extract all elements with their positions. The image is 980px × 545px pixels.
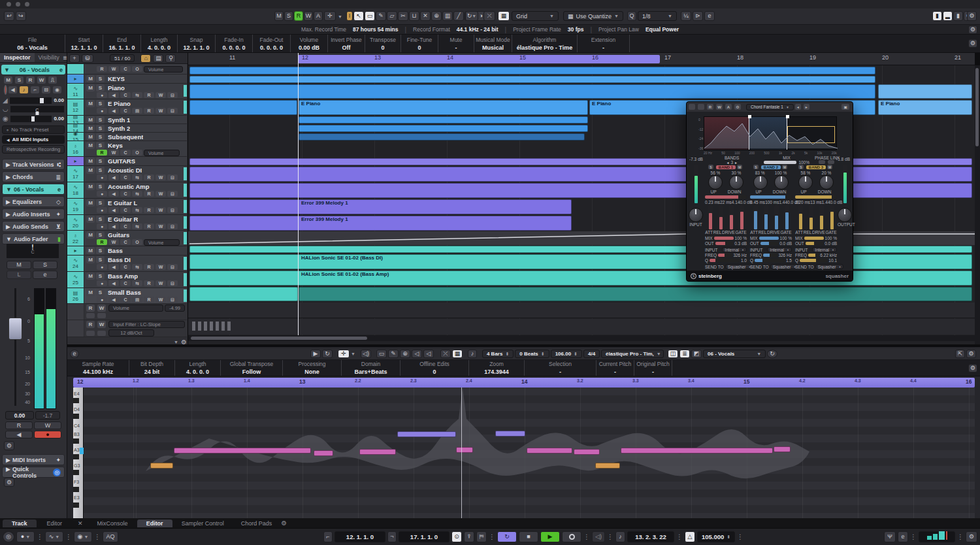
editor-tempo-field[interactable]: 106.00⬍ bbox=[551, 350, 582, 358]
plugin-read-button[interactable]: R bbox=[707, 104, 713, 110]
record-mode-select[interactable]: ●▼ bbox=[16, 531, 35, 542]
mute-button[interactable]: M bbox=[86, 84, 95, 91]
write-button[interactable]: W bbox=[97, 305, 106, 312]
o-button[interactable]: O bbox=[132, 239, 142, 245]
play-button[interactable]: ▶ bbox=[540, 531, 560, 542]
monitor-button[interactable]: ◀ bbox=[108, 92, 119, 98]
band2-solo-button[interactable]: S bbox=[753, 165, 759, 169]
automation-lane-filter[interactable]: RWInput Filter : LC-Slope12 dB/Oct bbox=[67, 320, 187, 337]
mute-button[interactable]: M bbox=[86, 231, 95, 239]
tab-track[interactable]: Track bbox=[3, 520, 37, 527]
auto-scroll-button[interactable]: ✛ bbox=[324, 11, 336, 21]
quantize-q-button[interactable]: Q bbox=[627, 11, 636, 21]
toggle-left-zone-button[interactable]: ▮ bbox=[932, 11, 942, 21]
inspector-settings-button[interactable]: ⚙ bbox=[4, 441, 14, 450]
mute-button[interactable]: M bbox=[86, 133, 95, 140]
tab-inspector[interactable]: Inspector bbox=[0, 53, 35, 62]
zoom-tool[interactable]: ⊕ bbox=[431, 11, 442, 21]
event-e-piano-a[interactable] bbox=[189, 100, 297, 115]
band2-drive-slider[interactable] bbox=[774, 205, 779, 230]
solo-button[interactable]: S bbox=[96, 289, 105, 296]
event-synth2[interactable] bbox=[299, 125, 588, 132]
monitor-button[interactable]: ◀ bbox=[108, 264, 119, 270]
draw-tool[interactable]: ✎ bbox=[376, 11, 386, 21]
vertical-scrollbar[interactable] bbox=[975, 65, 980, 344]
cycle-region[interactable] bbox=[298, 55, 660, 63]
freeze-button[interactable]: ⊟ bbox=[167, 207, 178, 213]
inspector-monitor-button[interactable]: ◀ bbox=[8, 86, 17, 93]
glue-tool[interactable]: ⊔ bbox=[409, 11, 419, 21]
mute-button[interactable]: M bbox=[86, 116, 95, 124]
monitor-button[interactable]: ◀ bbox=[108, 207, 119, 213]
fader-track[interactable] bbox=[14, 288, 16, 406]
band2-send-select[interactable]: Squasher▼ bbox=[770, 264, 799, 269]
solo-button[interactable]: S bbox=[96, 75, 105, 82]
plugin-preset-select[interactable]: Chord Fantasie 1▼ bbox=[746, 104, 794, 110]
solo-button[interactable]: S bbox=[96, 100, 105, 107]
band2-att-slider[interactable] bbox=[753, 205, 758, 230]
fader-record-enable-button[interactable]: ● bbox=[34, 431, 61, 438]
write-button[interactable]: W bbox=[155, 191, 166, 197]
toggle-lower-zone-button[interactable]: ▂ bbox=[943, 11, 953, 21]
inspector-read-button[interactable]: R bbox=[26, 76, 35, 84]
infoline-fadeout[interactable]: Fade-Out0. 0. 0. 0 bbox=[253, 35, 291, 52]
window-close-button[interactable] bbox=[7, 2, 11, 7]
auto-quantize-button[interactable]: AQ bbox=[103, 531, 118, 542]
pitch-segment[interactable] bbox=[574, 449, 600, 455]
tempo-track-button[interactable]: △ bbox=[685, 531, 695, 542]
punch-in-button[interactable]: ⊙ bbox=[451, 531, 462, 542]
c-button[interactable]: C bbox=[120, 264, 131, 270]
section-equalizers[interactable]: ▶Equalizers◇ bbox=[2, 196, 65, 207]
plugin-titlebar[interactable]: R W A ⚙ Chord Fantasie 1▼ ◂ ▸ ▣ bbox=[687, 102, 853, 112]
input-knob[interactable] bbox=[689, 208, 703, 222]
record-enable-button[interactable]: ● bbox=[97, 92, 107, 98]
tab-sampler-control[interactable]: Sampler Control bbox=[174, 520, 232, 527]
infoline-volume[interactable]: Volume0.00 dB bbox=[291, 35, 328, 52]
band2-gate-slider[interactable] bbox=[785, 205, 789, 230]
mute-button[interactable]: M bbox=[86, 75, 95, 82]
tab-mixconsole[interactable]: MixConsole bbox=[90, 520, 136, 527]
mute-button[interactable]: M bbox=[86, 247, 95, 254]
automation-lane-volume[interactable]: RWVolume-4.99 bbox=[67, 304, 187, 320]
record-enable-button[interactable]: ● bbox=[97, 174, 107, 180]
write-button[interactable]: W bbox=[155, 297, 166, 303]
inspector-settings2-button[interactable]: ⚙ bbox=[4, 478, 14, 487]
freeze-button[interactable]: ⊟ bbox=[167, 223, 178, 229]
tabbar-setup-button[interactable]: ⚙ bbox=[281, 520, 287, 527]
editor-canvas[interactable] bbox=[84, 388, 975, 518]
editor-snap-type-button[interactable]: ▦ bbox=[452, 350, 463, 358]
right-locator-display[interactable]: 17. 1. 1. 0 bbox=[399, 531, 449, 542]
c-button[interactable]: C bbox=[120, 239, 131, 245]
stop-button[interactable]: ■ bbox=[519, 531, 538, 542]
automation-param-select[interactable]: Input Filter : LC-Slope bbox=[108, 321, 185, 328]
section-audio-sends[interactable]: ▶Audio Sends⊻ bbox=[2, 221, 65, 232]
metronome-setup-button[interactable]: e bbox=[898, 531, 908, 542]
monitor-button[interactable]: ◀ bbox=[108, 223, 119, 229]
performance-meter[interactable] bbox=[919, 531, 955, 542]
monitor-button[interactable]: ◀ bbox=[108, 297, 119, 303]
pitch-segment[interactable] bbox=[527, 448, 572, 454]
write-button[interactable]: W bbox=[97, 321, 106, 328]
snap-type-button[interactable]: ▦ bbox=[498, 11, 510, 21]
keys-button[interactable]: ▤ bbox=[132, 297, 142, 303]
track-edit-icon[interactable]: e bbox=[59, 67, 63, 73]
band3-out-bar[interactable] bbox=[806, 242, 823, 245]
record-enable-button[interactable]: ● bbox=[97, 264, 107, 270]
write-button[interactable]: W bbox=[108, 150, 119, 156]
band1-att-slider[interactable] bbox=[708, 205, 713, 230]
pitch-segment[interactable] bbox=[359, 449, 396, 455]
add-track-button[interactable]: + bbox=[69, 54, 80, 63]
write-button[interactable]: W bbox=[155, 223, 166, 229]
ed-zoom[interactable]: Zoom174.3944 bbox=[469, 360, 525, 376]
window-zoom-button[interactable] bbox=[25, 2, 29, 7]
automation-ramp-lane[interactable] bbox=[188, 231, 975, 245]
freeze-button[interactable]: ⊟ bbox=[167, 264, 178, 270]
plugin-next-preset-button[interactable]: ▸ bbox=[804, 104, 809, 110]
c-button[interactable]: C bbox=[120, 191, 131, 197]
solo-button[interactable]: S bbox=[96, 167, 105, 174]
solo-button[interactable]: S bbox=[96, 116, 105, 124]
plugin-menu-button[interactable]: ▣ bbox=[841, 104, 849, 110]
write-button[interactable]: W bbox=[155, 174, 166, 180]
band3-gate-slider[interactable] bbox=[830, 205, 834, 230]
read-button[interactable]: R bbox=[86, 321, 95, 328]
